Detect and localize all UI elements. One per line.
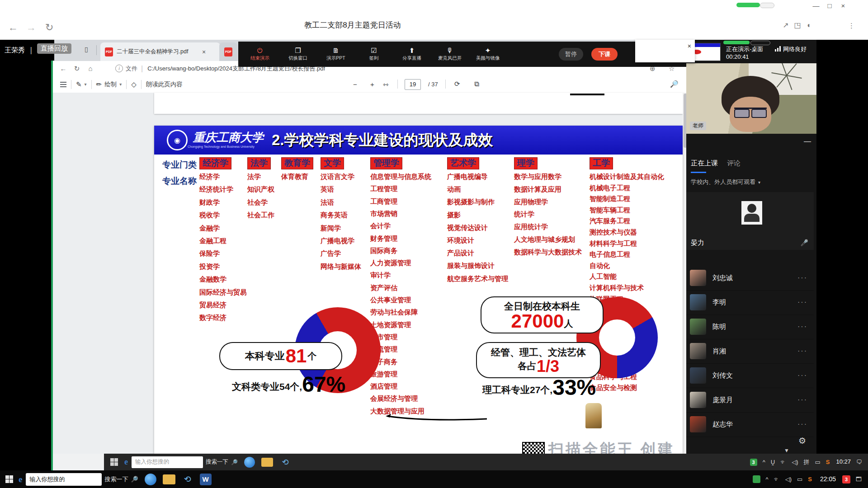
browser-app-icon[interactable] xyxy=(244,457,255,468)
collapse-panel-icon[interactable]: — xyxy=(804,137,811,145)
麦克风已开-button[interactable]: 🎙麦克风已开 xyxy=(431,47,469,61)
sync-app-icon[interactable]: ⟲ xyxy=(182,474,193,485)
participant-row[interactable]: 赵志华··· xyxy=(686,412,814,437)
search-input[interactable]: 输入你想搜的 xyxy=(26,473,102,486)
participant-menu-icon[interactable]: ··· xyxy=(797,274,807,282)
network-icon[interactable]: ᯤ xyxy=(780,459,786,465)
window-close-button[interactable]: × xyxy=(836,2,850,9)
page-number-input[interactable]: 19 xyxy=(405,79,421,90)
share-icon[interactable]: ↗ xyxy=(780,21,792,29)
签到-button[interactable]: ☑签到 xyxy=(355,47,393,61)
volume-slider-fill[interactable] xyxy=(736,3,760,7)
folder-app-icon[interactable] xyxy=(163,474,175,484)
collections-icon[interactable]: ◳ xyxy=(792,21,803,29)
participant-menu-icon[interactable]: ··· xyxy=(797,371,807,380)
table-of-contents-icon[interactable] xyxy=(60,80,66,89)
battery-icon[interactable]: ▭ xyxy=(815,459,820,465)
search-input[interactable]: 输入你想搜的 xyxy=(132,456,203,468)
mic-tray-icon[interactable]: Ṷ xyxy=(771,459,775,465)
clock[interactable]: 22:05 xyxy=(820,476,836,483)
zoom-out-icon[interactable]: − xyxy=(353,80,357,88)
eraser-icon[interactable]: ◇ xyxy=(131,80,137,89)
分享直播-button[interactable]: ⬆分享直播 xyxy=(393,47,431,61)
reload-icon[interactable]: ↻ xyxy=(70,65,84,73)
tab-close-icon[interactable]: × xyxy=(202,48,206,56)
ime-icon[interactable]: 拼 xyxy=(803,458,809,466)
more-menu-icon[interactable]: ⋮ xyxy=(848,22,855,30)
zoom-in-icon[interactable]: + xyxy=(370,80,374,88)
draw-pen-icon[interactable]: ✏ xyxy=(96,80,102,89)
tray-expand-icon[interactable]: ^ xyxy=(766,476,769,483)
participant-menu-icon[interactable]: ··· xyxy=(797,298,807,306)
participant-menu-icon[interactable]: ··· xyxy=(797,420,807,428)
folder-app-icon[interactable] xyxy=(261,458,273,467)
browser-tab-background[interactable]: PDF xyxy=(219,42,237,61)
volume-slider-track[interactable] xyxy=(760,3,774,8)
participant-menu-icon[interactable]: ··· xyxy=(797,323,807,331)
sogou-icon[interactable]: S xyxy=(826,459,830,465)
window-maximize-button[interactable]: □ xyxy=(823,2,836,9)
结束演示-button[interactable]: ⏻结束演示 xyxy=(241,47,279,61)
read-aloud-button[interactable]: 朗读此页内容 xyxy=(146,80,183,89)
window-minimize-button[interactable]: — xyxy=(809,2,823,9)
speaker-video-panel[interactable]: 晏力 🎤 xyxy=(686,192,814,250)
chevron-down-icon[interactable]: ▾ xyxy=(85,82,87,87)
profile-icon[interactable]: ◐ xyxy=(803,21,815,29)
end-class-button[interactable]: 下课 xyxy=(591,48,618,61)
fit-width-icon[interactable]: ⇿ xyxy=(383,80,389,89)
participant-row[interactable]: 刘传文··· xyxy=(686,363,814,388)
action-center-icon[interactable]: 🗔 xyxy=(856,476,862,483)
participant-row[interactable]: 庞景月··· xyxy=(686,388,814,413)
ie-icon[interactable]: e xyxy=(124,457,128,467)
clock[interactable]: 10:27 xyxy=(836,459,851,465)
windows-start-icon[interactable] xyxy=(110,458,118,466)
browser-app-icon[interactable] xyxy=(145,474,156,485)
切换窗口-button[interactable]: ❐切换窗口 xyxy=(279,47,317,61)
tab-in-class[interactable]: 正在上课 xyxy=(691,159,718,168)
pause-button[interactable]: 暂停 xyxy=(559,48,583,61)
security-shield-icon[interactable] xyxy=(753,475,760,483)
sync-app-icon[interactable]: ⟲ xyxy=(279,456,291,468)
battery-icon[interactable]: ▭ xyxy=(797,476,802,483)
speaker-icon[interactable]: ◁) xyxy=(792,459,798,465)
settings-gear-icon[interactable]: ⚙ xyxy=(798,436,806,446)
sogou-icon[interactable]: S xyxy=(808,476,812,483)
participant-menu-icon[interactable]: ··· xyxy=(797,347,807,355)
美颜与镜像-button[interactable]: ✦美颜与镜像 xyxy=(469,47,507,61)
security-shield-icon[interactable]: 3 xyxy=(750,459,757,466)
page-info-icon[interactable]: i xyxy=(115,65,123,72)
notification-badge[interactable]: 3 xyxy=(842,475,850,483)
search-icon[interactable]: 🔎 xyxy=(131,476,138,483)
search-icon[interactable]: 🔎 xyxy=(670,80,679,88)
vertical-tabs-icon[interactable]: ▯ xyxy=(85,46,88,53)
participant-menu-icon[interactable]: ··· xyxy=(797,396,807,404)
participant-row[interactable]: 刘忠诚··· xyxy=(686,266,814,291)
two-page-view-icon[interactable]: ⧉ xyxy=(474,80,479,88)
home-icon[interactable]: ⌂ xyxy=(84,65,97,72)
visibility-permission[interactable]: 学校内、外人员都可观看 ▾ xyxy=(691,178,760,186)
windows-start-icon[interactable] xyxy=(5,475,13,483)
演示PPT-button[interactable]: 🗎演示PPT xyxy=(317,47,355,61)
search-icon[interactable]: 🔎 xyxy=(231,459,238,465)
draw-label[interactable]: 绘制 xyxy=(104,80,117,89)
wifi-icon[interactable]: ᯤ xyxy=(774,476,780,483)
tab-comments[interactable]: 评论 xyxy=(727,159,741,168)
ie-icon[interactable]: e xyxy=(19,474,22,484)
chevron-down-icon[interactable]: ▾ xyxy=(119,82,122,87)
word-app-icon[interactable]: W xyxy=(200,474,212,485)
search-button[interactable]: 搜索一下 xyxy=(206,458,228,466)
teacher-video[interactable]: 老师 xyxy=(686,63,816,134)
scroll-down-icon[interactable]: ▼ xyxy=(784,447,789,454)
rotate-icon[interactable]: ⟳ xyxy=(454,80,460,88)
search-button[interactable]: 搜索一下 xyxy=(104,475,128,483)
popup-close-icon[interactable]: × xyxy=(688,42,691,50)
participant-row[interactable]: 陈明··· xyxy=(686,314,814,339)
speaker-icon[interactable]: ◁) xyxy=(785,476,792,483)
browser-tab-active[interactable]: PDF 二十届三中全会精神学习.pdf × xyxy=(100,42,220,61)
back-icon[interactable]: ← xyxy=(57,65,70,72)
tray-expand-icon[interactable]: ^ xyxy=(763,459,765,465)
highlighter-icon[interactable]: ✎ xyxy=(76,80,82,89)
participant-row[interactable]: 李明··· xyxy=(686,290,814,315)
participant-row[interactable]: 肖湘··· xyxy=(686,339,814,364)
notification-icon[interactable]: 🗨 xyxy=(856,459,862,465)
